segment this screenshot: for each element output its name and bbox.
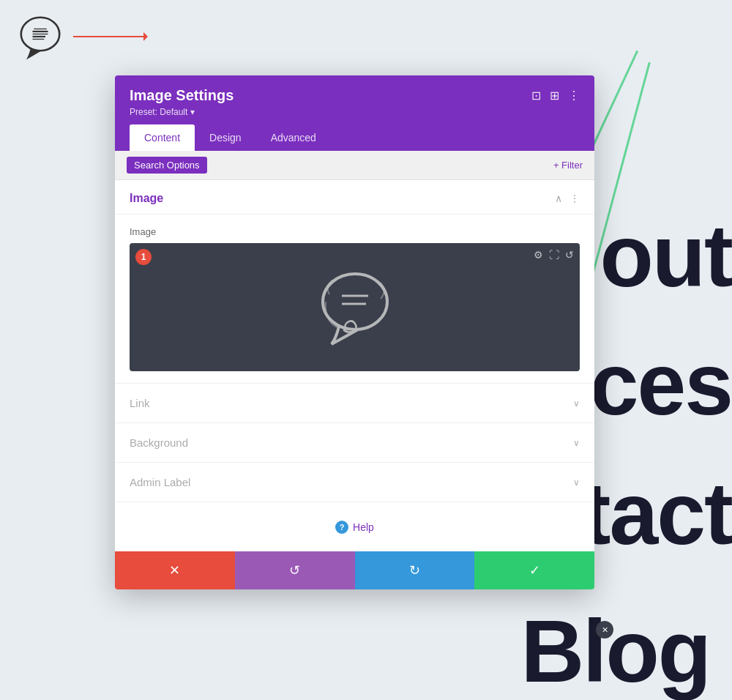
- admin-label-section-header[interactable]: Admin Label ∨: [130, 463, 580, 502]
- help-link[interactable]: ? Help: [335, 521, 374, 534]
- link-section: Link ∨: [115, 383, 594, 422]
- fullscreen-icon[interactable]: ⊡: [531, 89, 541, 103]
- save-button[interactable]: ✓: [474, 551, 594, 589]
- link-section-title: Link: [130, 397, 150, 409]
- modal-header-icons: ⊡ ⊞ ⋮: [531, 89, 580, 103]
- admin-label-chevron-icon: ∨: [573, 477, 580, 488]
- admin-label-section: Admin Label ∨: [115, 462, 594, 502]
- background-chevron-icon: ∨: [573, 438, 580, 448]
- background-section-title: Background: [130, 436, 188, 449]
- cancel-button[interactable]: ✕: [115, 551, 235, 589]
- redo-button[interactable]: ↻: [355, 551, 475, 589]
- split-icon[interactable]: ⊞: [550, 89, 559, 103]
- image-section: Image 1 ⚙ ⛶ ↺: [115, 215, 594, 383]
- bg-logo: [15, 11, 146, 62]
- image-container[interactable]: 1 ⚙ ⛶ ↺: [130, 243, 580, 371]
- bg-logo-icon: [15, 11, 66, 62]
- arrow-indicator: [73, 36, 146, 37]
- fullscreen-control-icon[interactable]: ⛶: [549, 249, 559, 261]
- admin-label-section-title: Admin Label: [130, 476, 190, 488]
- decorative-line-1: [591, 62, 651, 275]
- tab-advanced[interactable]: Advanced: [256, 124, 331, 151]
- link-section-header[interactable]: Link ∨: [130, 384, 580, 422]
- image-controls: ⚙ ⛶ ↺: [534, 249, 574, 261]
- svg-point-0: [21, 18, 60, 51]
- settings-control-icon[interactable]: ⚙: [534, 249, 543, 261]
- background-section-header[interactable]: Background ∨: [130, 423, 580, 462]
- modal-tabs: Content Design Advanced: [130, 124, 580, 151]
- link-chevron-icon: ∨: [573, 398, 580, 409]
- section-header-icons: ∧ ⋮: [555, 193, 580, 204]
- search-bar: Search Options + Filter: [115, 151, 594, 180]
- image-section-header: Image ∧ ⋮: [115, 180, 594, 215]
- image-settings-modal: Image Settings ⊡ ⊞ ⋮ Preset: Default ▾ C…: [115, 75, 594, 589]
- modal-title: Image Settings: [130, 87, 234, 104]
- tab-design[interactable]: Design: [195, 124, 256, 151]
- modal-preset[interactable]: Preset: Default ▾: [130, 107, 580, 117]
- reset-button[interactable]: ↺: [235, 551, 355, 589]
- collapse-icon[interactable]: ∧: [555, 193, 562, 204]
- background-section: Background ∨: [115, 422, 594, 462]
- search-options-button[interactable]: Search Options: [127, 157, 207, 174]
- help-section: ? Help: [115, 502, 594, 551]
- image-label: Image: [130, 226, 580, 237]
- help-icon: ?: [335, 521, 348, 534]
- help-label: Help: [353, 521, 374, 533]
- filter-button[interactable]: + Filter: [553, 160, 583, 171]
- modal-header-top: Image Settings ⊡ ⊞ ⋮: [130, 87, 580, 104]
- blog-close-button[interactable]: ✕: [596, 621, 613, 638]
- bg-text-blog: Blog: [520, 600, 710, 700]
- chat-logo-image: [311, 264, 399, 351]
- tab-content[interactable]: Content: [130, 124, 195, 151]
- bg-text-out: out: [600, 205, 732, 306]
- modal-header: Image Settings ⊡ ⊞ ⋮ Preset: Default ▾ C…: [115, 75, 594, 151]
- section-title: Image: [130, 192, 163, 205]
- svg-point-6: [323, 274, 387, 329]
- more-options-icon[interactable]: ⋮: [568, 89, 580, 103]
- rotate-control-icon[interactable]: ↺: [565, 249, 574, 261]
- modal-body: Image ∧ ⋮ Image 1 ⚙ ⛶ ↺: [115, 180, 594, 551]
- section-more-icon[interactable]: ⋮: [569, 193, 580, 204]
- image-badge: 1: [135, 249, 152, 265]
- modal-footer: ✕ ↺ ↻ ✓: [115, 551, 594, 589]
